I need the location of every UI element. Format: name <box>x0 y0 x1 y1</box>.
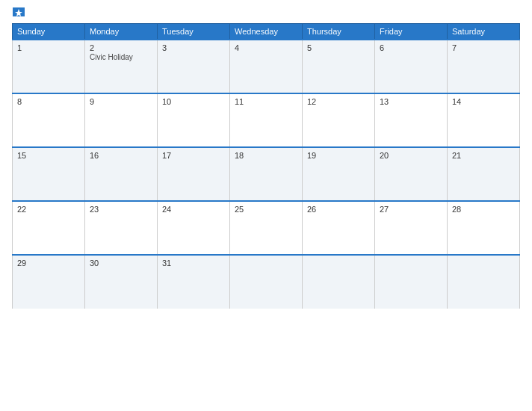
calendar-cell <box>448 255 520 309</box>
logo-flag-icon <box>13 7 25 16</box>
calendar-cell: 9 <box>85 93 158 147</box>
weekday-header-row: SundayMondayTuesdayWednesdayThursdayFrid… <box>13 24 520 40</box>
calendar-cell: 31 <box>158 255 230 309</box>
calendar-cell: 15 <box>13 147 85 201</box>
calendar-header: SundayMondayTuesdayWednesdayThursdayFrid… <box>13 24 520 40</box>
day-number: 8 <box>17 97 80 106</box>
calendar-cell: 25 <box>230 201 303 255</box>
calendar-cell: 19 <box>303 147 375 201</box>
calendar-table: SundayMondayTuesdayWednesdayThursdayFrid… <box>12 23 520 309</box>
calendar-cell: 11 <box>230 93 303 147</box>
day-number: 14 <box>452 97 515 106</box>
day-number: 26 <box>307 205 370 214</box>
day-number: 6 <box>380 43 442 52</box>
day-number: 19 <box>307 151 370 160</box>
day-number: 4 <box>235 43 297 52</box>
calendar-cell: 3 <box>158 40 230 93</box>
day-number: 3 <box>162 43 225 52</box>
day-number: 29 <box>17 259 80 268</box>
calendar-cell: 30 <box>85 255 158 309</box>
calendar-body: 12Civic Holiday3456789101112131415161718… <box>13 40 520 309</box>
weekday-header-tuesday: Tuesday <box>158 24 230 40</box>
calendar-cell: 23 <box>85 201 158 255</box>
day-number: 22 <box>17 205 80 214</box>
calendar-cell: 16 <box>85 147 158 201</box>
weekday-header-friday: Friday <box>375 24 448 40</box>
day-number: 23 <box>90 205 152 214</box>
calendar-cell <box>303 255 375 309</box>
day-number: 12 <box>307 97 370 106</box>
day-number: 10 <box>162 97 225 106</box>
day-number: 7 <box>452 43 515 52</box>
calendar-cell <box>230 255 303 309</box>
calendar-page: SundayMondayTuesdayWednesdayThursdayFrid… <box>0 0 532 411</box>
week-row-3: 15161718192021 <box>13 147 520 201</box>
day-number: 21 <box>452 151 515 160</box>
day-number: 31 <box>162 259 225 268</box>
calendar-cell: 26 <box>303 201 375 255</box>
day-number: 17 <box>162 151 225 160</box>
weekday-header-monday: Monday <box>85 24 158 40</box>
header <box>12 7 520 17</box>
calendar-cell: 20 <box>375 147 448 201</box>
calendar-cell: 21 <box>448 147 520 201</box>
day-number: 20 <box>380 151 442 160</box>
calendar-cell: 17 <box>158 147 230 201</box>
week-row-1: 12Civic Holiday34567 <box>13 40 520 93</box>
calendar-cell: 14 <box>448 93 520 147</box>
day-number: 18 <box>235 151 297 160</box>
calendar-cell: 6 <box>375 40 448 93</box>
calendar-cell: 7 <box>448 40 520 93</box>
day-number: 1 <box>17 43 80 52</box>
calendar-cell: 13 <box>375 93 448 147</box>
calendar-cell: 22 <box>13 201 85 255</box>
weekday-header-saturday: Saturday <box>448 24 520 40</box>
logo <box>12 7 25 17</box>
day-number: 11 <box>235 97 297 106</box>
calendar-cell: 4 <box>230 40 303 93</box>
day-number: 13 <box>380 97 442 106</box>
weekday-header-sunday: Sunday <box>13 24 85 40</box>
day-number: 5 <box>307 43 370 52</box>
calendar-cell <box>375 255 448 309</box>
week-row-4: 22232425262728 <box>13 201 520 255</box>
day-number: 2 <box>90 43 152 52</box>
day-number: 15 <box>17 151 80 160</box>
day-number: 25 <box>235 205 297 214</box>
week-row-2: 891011121314 <box>13 93 520 147</box>
calendar-cell: 10 <box>158 93 230 147</box>
weekday-header-wednesday: Wednesday <box>230 24 303 40</box>
week-row-5: 293031 <box>13 255 520 309</box>
calendar-cell: 27 <box>375 201 448 255</box>
day-number: 24 <box>162 205 225 214</box>
day-event: Civic Holiday <box>90 53 152 61</box>
day-number: 30 <box>90 259 152 268</box>
calendar-cell: 28 <box>448 201 520 255</box>
calendar-cell: 12 <box>303 93 375 147</box>
calendar-cell: 1 <box>13 40 85 93</box>
weekday-header-thursday: Thursday <box>303 24 375 40</box>
calendar-cell: 18 <box>230 147 303 201</box>
day-number: 16 <box>90 151 152 160</box>
day-number: 27 <box>380 205 442 214</box>
calendar-cell: 2Civic Holiday <box>85 40 158 93</box>
day-number: 28 <box>452 205 515 214</box>
day-number: 9 <box>90 97 152 106</box>
calendar-cell: 5 <box>303 40 375 93</box>
calendar-cell: 29 <box>13 255 85 309</box>
calendar-cell: 24 <box>158 201 230 255</box>
calendar-cell: 8 <box>13 93 85 147</box>
